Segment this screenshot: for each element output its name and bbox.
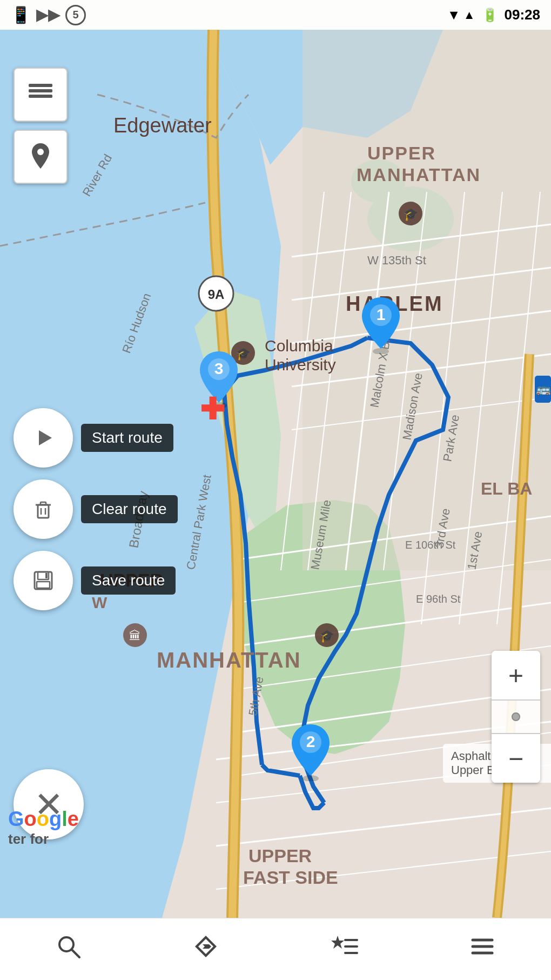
route-controls: Start route Clear route	[14, 408, 73, 610]
svg-rect-73	[38, 505, 49, 518]
waypoint-pin-1: 1	[357, 295, 405, 356]
svg-text:🚌: 🚌	[536, 382, 551, 396]
svg-point-85	[303, 775, 319, 781]
start-route-button[interactable]	[14, 408, 73, 468]
waypoint-pin-3: 3 ✚	[194, 349, 243, 410]
svg-text:MANHATTAN: MANHATTAN	[357, 164, 481, 185]
svg-text:EL BA: EL BA	[481, 479, 532, 498]
svg-rect-68	[29, 89, 52, 92]
svg-text:E 96th St: E 96th St	[416, 593, 461, 605]
start-route-container: Start route	[14, 408, 73, 468]
svg-text:UPPER: UPPER	[367, 143, 436, 163]
zoom-out-button[interactable]: −	[492, 734, 540, 783]
svg-text:W: W	[92, 594, 107, 611]
svg-text:1: 1	[377, 305, 386, 323]
save-route-container: Save route	[14, 551, 73, 610]
search-icon	[56, 934, 82, 965]
svg-text:UPPER: UPPER	[248, 845, 312, 866]
zoom-level-indicator	[512, 712, 520, 721]
zoom-in-button[interactable]: +	[492, 651, 540, 699]
svg-text:🏛: 🏛	[129, 629, 141, 643]
cross-marker: ✚	[200, 395, 225, 424]
nav-search[interactable]	[56, 934, 82, 965]
bottom-nav	[0, 918, 551, 980]
map-container[interactable]: 9A 🎓 🎓 🎓 🏛 Edgewater UPPER MANHATTAN HAR…	[0, 30, 551, 918]
svg-rect-69	[29, 95, 52, 98]
svg-text:E 106th St: E 106th St	[405, 539, 456, 551]
svg-marker-72	[39, 430, 52, 445]
layers-icon	[24, 78, 57, 111]
nav-menu[interactable]	[469, 934, 495, 965]
battery-icon: 🔋	[482, 8, 498, 23]
play-icon	[30, 425, 56, 451]
svg-text:University: University	[265, 356, 336, 374]
map-svg: 9A 🎓 🎓 🎓 🏛 Edgewater UPPER MANHATTAN HAR…	[0, 30, 551, 918]
svg-text:FAST SIDE: FAST SIDE	[243, 867, 338, 888]
clock: 09:28	[505, 6, 541, 23]
notification-badge: 5	[65, 5, 86, 25]
map-layer-button[interactable]	[14, 68, 68, 122]
svg-text:MANHATTAN: MANHATTAN	[157, 648, 301, 672]
menu-icon	[469, 934, 495, 965]
svg-text:🎓: 🎓	[320, 629, 335, 643]
status-right: ▾ ▲ 🔋 09:28	[450, 6, 540, 23]
whatsapp-icon: 📱	[11, 5, 31, 24]
clear-route-button[interactable]	[14, 479, 73, 539]
svg-text:W 135th St: W 135th St	[367, 254, 426, 267]
google-logo: Google ter for	[8, 808, 79, 848]
save-route-button[interactable]	[14, 551, 73, 610]
svg-text:2: 2	[306, 732, 315, 750]
svg-rect-81	[45, 573, 48, 578]
waypoint-pin-2: 2	[286, 722, 335, 783]
svg-text:Columbia: Columbia	[265, 337, 333, 355]
svg-point-71	[37, 149, 44, 155]
save-icon	[30, 568, 56, 594]
location-icon	[26, 141, 56, 173]
signal-icon: ▲	[463, 8, 475, 22]
saved-icon	[330, 934, 358, 965]
svg-rect-70	[29, 84, 52, 87]
svg-text:Edgewater: Edgewater	[113, 114, 212, 137]
svg-line-92	[72, 950, 79, 957]
svg-text:🎓: 🎓	[404, 207, 419, 222]
svg-text:3: 3	[214, 359, 224, 377]
status-bar: 📱 ▶▶ 5 ▾ ▲ 🔋 09:28	[0, 0, 551, 30]
svg-rect-75	[41, 502, 46, 505]
zoom-controls: + −	[492, 651, 540, 783]
map-location-button[interactable]	[14, 130, 68, 184]
clear-route-container: Clear route	[14, 479, 73, 539]
svg-marker-96	[331, 936, 344, 949]
status-left: 📱 ▶▶ 5	[11, 5, 86, 25]
directions-icon	[193, 934, 219, 965]
svg-text:UPPER: UPPER	[100, 570, 163, 590]
notification-icon-1: ▶▶	[36, 6, 60, 24]
nav-directions[interactable]	[193, 934, 219, 965]
svg-point-82	[373, 348, 389, 354]
svg-rect-80	[37, 582, 50, 588]
wifi-icon: ▾	[450, 6, 457, 23]
trash-icon	[30, 496, 56, 522]
svg-text:9A: 9A	[208, 287, 225, 302]
nav-saved[interactable]	[330, 934, 358, 965]
